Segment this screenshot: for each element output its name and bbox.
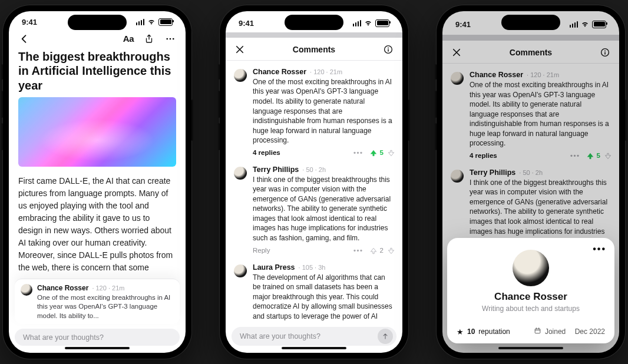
article-toolbar: Aa	[9, 31, 186, 48]
avatar[interactable]	[234, 69, 247, 82]
status-bar: 9:41	[9, 11, 186, 31]
vote-score: 5	[380, 149, 384, 156]
downvote-button[interactable]	[604, 152, 611, 159]
svg-marker-6	[371, 150, 376, 155]
avatar[interactable]	[234, 167, 247, 180]
avatar[interactable]	[451, 72, 464, 85]
sheet-title: Comments	[293, 45, 335, 54]
status-time: 9:41	[239, 19, 254, 28]
upvote-button[interactable]	[369, 247, 376, 254]
wifi-icon	[581, 20, 589, 28]
cellular-icon	[570, 21, 579, 28]
home-indicator[interactable]	[65, 347, 130, 349]
share-button[interactable]	[143, 33, 155, 45]
send-button[interactable]	[378, 329, 393, 344]
svg-point-1	[170, 38, 171, 39]
composer-placeholder: What are your thoughts?	[23, 333, 104, 342]
article-title: The biggest breakthroughs in Artificial …	[9, 48, 186, 97]
upvote-button[interactable]	[586, 152, 593, 159]
hero-image	[18, 97, 176, 167]
comments-list[interactable]: Chance Rosser · 120 · 21m One of the mos…	[226, 61, 402, 322]
close-button[interactable]	[451, 47, 462, 58]
vote-score: 5	[597, 152, 600, 159]
svg-rect-5	[388, 49, 389, 52]
more-button[interactable]	[164, 33, 176, 45]
profile-avatar[interactable]	[513, 250, 549, 286]
downvote-button[interactable]	[387, 149, 394, 156]
svg-marker-7	[388, 150, 394, 155]
comment-row: Laura Press · 105 · 3h The development o…	[226, 257, 402, 322]
svg-marker-9	[388, 248, 394, 253]
status-bar: 9:41	[442, 11, 619, 35]
downvote-button[interactable]	[387, 247, 394, 254]
vote-score: 2	[380, 247, 384, 254]
svg-marker-8	[371, 248, 376, 253]
back-button[interactable]	[18, 33, 30, 45]
preview-meta: · 120 · 21m	[92, 284, 124, 292]
comment-meta: · 50 · 2h	[519, 169, 543, 176]
comment-row: Chance Rosser · 120 · 21m One of the mos…	[226, 62, 402, 160]
upvote-button[interactable]	[369, 149, 376, 156]
comment-meta: · 120 · 21m	[310, 68, 342, 75]
home-indicator[interactable]	[498, 347, 563, 349]
comment-author[interactable]: Terry Phillips	[470, 168, 515, 177]
comment-meta: · 105 · 3h	[299, 264, 326, 271]
battery-icon	[158, 18, 173, 26]
svg-rect-19	[535, 329, 540, 333]
comment-author[interactable]: Chance Rosser	[470, 71, 523, 79]
sheet-backdrop-strip	[226, 32, 402, 38]
comment-text: One of the most exciting breakthroughs i…	[253, 77, 394, 145]
comment-text: I think one of the biggest breakthroughs…	[470, 178, 611, 246]
replies-link[interactable]: 4 replies	[253, 149, 280, 156]
avatar[interactable]	[234, 264, 247, 277]
reputation: ★ 10 reputation	[457, 327, 510, 336]
comment-author[interactable]: Chance Rosser	[253, 68, 306, 76]
preview-author: Chance Rosser	[37, 284, 88, 292]
cellular-icon	[136, 19, 145, 25]
top-comment-preview[interactable]: Chance Rosser · 120 · 21m One of the mos…	[15, 279, 180, 325]
svg-marker-15	[587, 153, 593, 158]
calendar-icon	[534, 327, 541, 336]
comment-composer[interactable]: What are your thoughts?	[232, 327, 396, 346]
joined: Joined Dec 2022	[534, 327, 605, 336]
sheet-header: Comments	[226, 38, 402, 61]
info-button[interactable]	[382, 44, 394, 55]
comment-author[interactable]: Terry Phillips	[253, 166, 299, 174]
preview-text: One of the most exciting breakthroughs i…	[37, 293, 174, 321]
comment-row: Chance Rosser · 120 · 21m One of the mos…	[442, 65, 619, 163]
sheet-header: Comments	[442, 41, 619, 64]
comment-meta: · 50 · 2h	[302, 166, 326, 173]
profile-name: Chance Rosser	[457, 291, 605, 303]
reply-button[interactable]: Reply	[253, 247, 270, 254]
status-time: 9:41	[22, 18, 37, 27]
comment-author[interactable]: Laura Press	[253, 263, 295, 272]
wifi-icon	[364, 19, 372, 27]
comment-text: I think one of the biggest breakthroughs…	[253, 175, 394, 243]
svg-point-13	[604, 50, 606, 51]
svg-rect-14	[604, 52, 606, 55]
composer-placeholder: What are your thoughts?	[240, 332, 320, 340]
text-size-button[interactable]: Aa	[123, 34, 134, 44]
comment-meta: · 120 · 21m	[527, 71, 559, 78]
home-indicator[interactable]	[282, 347, 346, 349]
replies-link[interactable]: 4 replies	[470, 152, 497, 159]
profile-bio: Writing about tech and startups	[457, 305, 605, 313]
phone-comments: 9:41 Comments	[220, 5, 408, 359]
comment-text: The development of AI algorithms that ca…	[253, 273, 394, 322]
star-icon: ★	[457, 328, 464, 336]
svg-point-2	[173, 38, 174, 39]
comment-composer[interactable]: What are your thoughts?	[15, 329, 180, 346]
battery-icon	[375, 19, 389, 27]
profile-popover: ••• Chance Rosser Writing about tech and…	[447, 238, 614, 343]
avatar	[21, 284, 32, 296]
svg-marker-16	[605, 153, 610, 158]
avatar[interactable]	[451, 170, 464, 183]
sheet-backdrop-strip	[442, 35, 619, 41]
comment-row: Terry Phillips · 50 · 2h I think one of …	[226, 160, 402, 257]
phone-article: 9:41 Aa The big	[3, 5, 191, 359]
popover-more-button[interactable]: •••	[593, 244, 606, 254]
close-button[interactable]	[234, 44, 246, 55]
comment-text: One of the most exciting breakthroughs i…	[470, 80, 611, 148]
article-body: First came DALL-E, the AI that can creat…	[9, 173, 186, 274]
info-button[interactable]	[599, 47, 611, 58]
